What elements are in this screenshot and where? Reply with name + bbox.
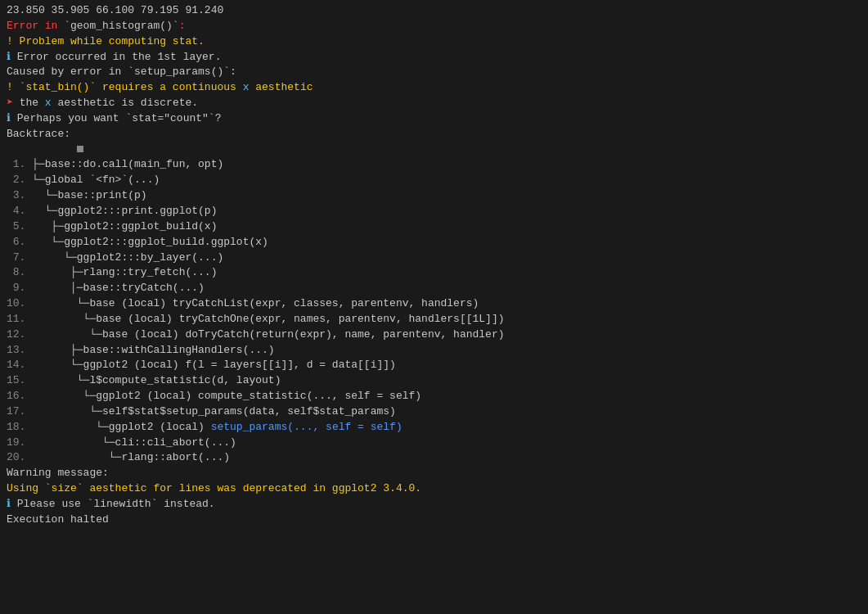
trace-line-3: 3. └─base::print(p) [7, 188, 861, 204]
error-occurred-layer: ℹ Error occurred in the 1st layer. [7, 50, 861, 65]
trace-line-6: 6. └─ggplot2:::ggplot_build.ggplot(x) [7, 235, 861, 251]
please-use-linewidth: ℹ Please use `linewidth` instead. [7, 497, 861, 512]
warning-message-header: Warning message: [7, 466, 861, 481]
problem-computing-stat: ! Problem while computing stat. [7, 34, 861, 50]
trace-line-10: 10. └─base (local) tryCatchList(expr, cl… [7, 296, 861, 312]
trace-line-13: 13. ├─base::withCallingHandlers(...) [7, 343, 861, 359]
trace-line-11: 11. └─base (local) tryCatchOne(expr, nam… [7, 312, 861, 327]
trace-line-9: 9. │─base::tryCatch(...) [7, 281, 861, 296]
trace-line-20: 20. └─rlang::abort(...) [7, 450, 861, 466]
terminal-window: 23.850 35.905 66.100 79.195 91.240 Error… [0, 0, 868, 614]
trace-line-4: 4. └─ggplot2:::print.ggplot(p) [7, 204, 861, 219]
trace-line-19: 19. └─cli::cli_abort(...) [7, 436, 861, 451]
trace-line-17: 17. └─self$stat$setup_params(data, self$… [7, 404, 861, 420]
trace-line-8: 8. ├─rlang::try_fetch(...) [7, 265, 861, 281]
aesthetic-discrete: ➤ the x aesthetic is discrete. [7, 96, 861, 111]
trace-line-15: 15. └─l$compute_statistic(d, layout) [7, 373, 861, 389]
warning-size-deprecated: Using `size` aesthetic for lines was dep… [7, 481, 861, 497]
line-numbers: 23.850 35.905 66.100 79.195 91.240 [7, 3, 861, 19]
backtrace-header: Backtrace: [7, 127, 861, 142]
trace-line-7: 7. └─ggplot2:::by_layer(...) [7, 251, 861, 266]
execution-halted: Execution halted [7, 512, 861, 528]
trace-line-18: 18. └─ggplot2 (local) setup_params(..., … [7, 420, 861, 436]
trace-line-1: 1. ├─base::do.call(main_fun, opt) [7, 157, 861, 173]
caused-by-error: Caused by error in `setup_params()`: [7, 65, 861, 80]
trace-line-5: 5. ├─ggplot2::ggplot_build(x) [7, 219, 861, 235]
trace-line-16: 16. └─ggplot2 (local) compute_statistic(… [7, 389, 861, 404]
stat-bin-requires: ! `stat_bin()` requires a continuous x a… [7, 80, 861, 96]
backtrace-square [7, 142, 861, 158]
perhaps-stat-count: ℹ Perhaps you want `stat="count"`? [7, 111, 861, 127]
error-geom-histogram: Error in `geom_histogram()`: [7, 19, 861, 34]
trace-line-2: 2. └─global `<fn>`(...) [7, 173, 861, 188]
trace-line-14: 14. └─ggplot2 (local) f(l = layers[[i]],… [7, 358, 861, 373]
trace-line-12: 12. └─base (local) doTryCatch(return(exp… [7, 327, 861, 343]
